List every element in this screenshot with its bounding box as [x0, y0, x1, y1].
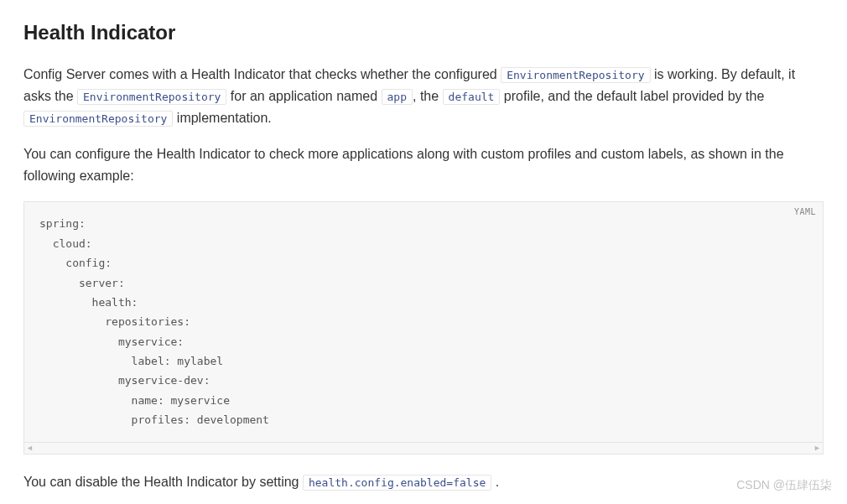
- inline-code-app: app: [382, 89, 413, 105]
- code-content: spring: cloud: config: server: health: r…: [39, 214, 808, 429]
- inline-code-env-repo-2: EnvironmentRepository: [77, 89, 226, 105]
- para1-text4: , the: [413, 89, 443, 103]
- codeblock-scrollbar[interactable]: ◄ ►: [23, 443, 824, 455]
- inline-code-health-config: health.config.enabled=false: [303, 475, 491, 491]
- inline-code-env-repo-1: EnvironmentRepository: [501, 67, 650, 83]
- inline-code-default: default: [443, 89, 501, 105]
- paragraph-2: You can configure the Health Indicator t…: [23, 143, 824, 186]
- scroll-right-icon: ►: [813, 444, 821, 452]
- inline-code-env-repo-3: EnvironmentRepository: [23, 111, 173, 127]
- section-heading: Health Indicator: [23, 17, 824, 49]
- paragraph-1: Config Server comes with a Health Indica…: [23, 64, 824, 128]
- code-lang-label: YAML: [794, 205, 816, 219]
- para1-text6: implementation.: [173, 111, 271, 125]
- code-block: YAML spring: cloud: config: server: heal…: [23, 201, 824, 442]
- para1-text3: for an application named: [226, 89, 381, 103]
- para1-text5: profile, and the default label provided …: [500, 89, 764, 103]
- para3-text2: .: [491, 475, 499, 489]
- scroll-left-icon: ◄: [26, 444, 34, 452]
- paragraph-3: You can disable the Health Indicator by …: [23, 471, 824, 493]
- para1-text1: Config Server comes with a Health Indica…: [23, 67, 501, 81]
- para3-text1: You can disable the Health Indicator by …: [23, 475, 303, 489]
